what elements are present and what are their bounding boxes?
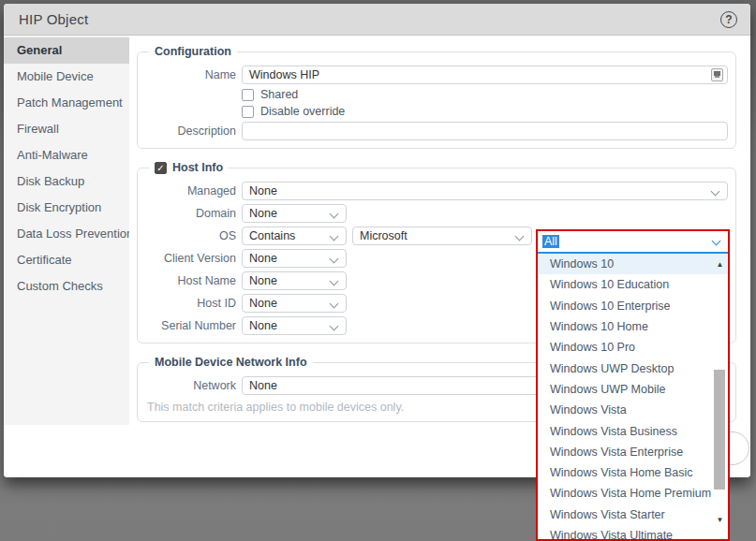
managed-value: None	[249, 184, 277, 197]
sidebar-item-mobile-device[interactable]: Mobile Device	[4, 64, 129, 90]
os-option[interactable]: Windows UWP Mobile	[538, 379, 728, 400]
chevron-down-icon	[712, 237, 721, 246]
os-match-value: Contains	[249, 229, 295, 242]
shared-label: Shared	[260, 88, 298, 101]
host-id-value: None	[249, 297, 277, 310]
name-value: Windows HIP	[249, 68, 319, 81]
sidebar-item-anti-malware[interactable]: Anti-Malware	[4, 142, 129, 168]
domain-select[interactable]: None	[242, 204, 347, 223]
network-value: None	[249, 379, 277, 392]
host-info-legend: ✓ Host Info	[149, 161, 229, 174]
help-icon[interactable]: ?	[720, 11, 737, 28]
os-option[interactable]: Windows Vista Enterprise	[538, 442, 728, 462]
description-label: Description	[145, 124, 236, 138]
chevron-down-icon	[330, 300, 339, 309]
text-entry-icon	[711, 68, 723, 81]
domain-label: Domain	[145, 207, 236, 220]
chevron-down-icon	[515, 232, 525, 241]
managed-label: Managed	[145, 184, 236, 197]
scrollbar-thumb[interactable]	[714, 370, 725, 490]
managed-select[interactable]: None	[242, 182, 728, 200]
host-id-select[interactable]: None	[242, 294, 347, 313]
sidebar-item-disk-backup[interactable]: Disk Backup	[4, 168, 129, 195]
scroll-up-icon[interactable]: ▲	[712, 259, 728, 270]
serial-number-value: None	[249, 319, 277, 332]
os-option[interactable]: Windows Vista Home Basic	[538, 462, 728, 483]
client-version-value: None	[249, 252, 277, 265]
os-option[interactable]: Windows Vista	[538, 400, 728, 420]
os-option[interactable]: Windows 10 Home	[538, 316, 728, 337]
chevron-down-icon	[330, 277, 339, 286]
sidebar-item-certificate[interactable]: Certificate	[4, 247, 129, 273]
sidebar-item-general[interactable]: General	[4, 37, 129, 64]
os-vendor-value: Microsoft	[360, 229, 408, 242]
dimmed-backdrop: HIP Object ? General Mobile Device Patch…	[0, 0, 756, 541]
chevron-down-icon	[330, 210, 339, 219]
host-name-label: Host Name	[145, 274, 236, 287]
chevron-down-icon	[330, 232, 339, 241]
os-option[interactable]: Windows UWP Desktop	[538, 358, 728, 378]
description-input[interactable]	[242, 122, 728, 140]
os-value-dropdown: All Windows 10 Windows 10 Education Wind…	[536, 229, 730, 541]
sidebar-item-disk-encryption[interactable]: Disk Encryption	[4, 195, 129, 221]
os-match-select[interactable]: Contains	[242, 227, 347, 245]
disable-override-checkbox[interactable]	[242, 106, 254, 118]
os-option[interactable]: Windows 10 Education	[538, 274, 728, 295]
dialog-title: HIP Object	[19, 11, 88, 27]
shared-checkbox[interactable]	[242, 89, 254, 101]
host-info-checkbox[interactable]: ✓	[155, 162, 167, 174]
scroll-down-icon[interactable]: ▼	[712, 515, 728, 526]
sidebar-item-patch-management[interactable]: Patch Management	[4, 90, 129, 116]
chevron-down-icon	[330, 255, 339, 264]
os-option[interactable]: Windows Vista Ultimate	[538, 525, 728, 539]
os-option[interactable]: Windows 10 Pro	[538, 337, 728, 358]
client-version-select[interactable]: None	[242, 249, 347, 268]
dropdown-scrollbar: ▲ ▼	[712, 254, 728, 539]
chevron-down-icon	[330, 322, 339, 331]
network-label: Network	[145, 379, 236, 392]
os-value-input[interactable]: All	[538, 231, 728, 254]
mobile-network-legend: Mobile Device Network Info	[149, 356, 313, 369]
serial-number-select[interactable]: None	[242, 316, 347, 335]
os-vendor-select[interactable]: Microsoft	[352, 227, 532, 245]
host-name-select[interactable]: None	[242, 271, 347, 290]
os-option[interactable]: Windows Vista Business	[538, 420, 728, 441]
domain-value: None	[249, 207, 277, 220]
serial-number-label: Serial Number	[145, 319, 236, 332]
host-name-value: None	[249, 274, 277, 287]
os-label: OS	[145, 229, 236, 242]
os-value-selected-text: All	[542, 235, 559, 248]
disable-override-label: Disable override	[260, 105, 345, 118]
sidebar-item-firewall[interactable]: Firewall	[4, 116, 129, 142]
chevron-down-icon	[711, 187, 720, 197]
name-input[interactable]: Windows HIP	[242, 66, 728, 84]
configuration-group: Configuration Name Windows HIP Shared	[137, 45, 736, 149]
host-id-label: Host ID	[145, 297, 236, 310]
dialog-header: HIP Object ?	[4, 4, 750, 36]
os-option[interactable]: Windows 10	[538, 254, 728, 274]
host-info-legend-label: Host Info	[172, 161, 223, 174]
os-option[interactable]: Windows 10 Enterprise	[538, 296, 728, 316]
sidebar: General Mobile Device Patch Management F…	[4, 36, 129, 425]
os-option[interactable]: Windows Vista Home Premium	[538, 483, 728, 504]
os-option-list: Windows 10 Windows 10 Education Windows …	[538, 254, 728, 539]
os-option[interactable]: Windows Vista Starter	[538, 504, 728, 525]
sidebar-item-custom-checks[interactable]: Custom Checks	[4, 273, 129, 300]
name-label: Name	[145, 68, 236, 81]
client-version-label: Client Version	[145, 252, 236, 265]
configuration-legend: Configuration	[149, 45, 237, 58]
sidebar-item-data-loss-prevention[interactable]: Data Loss Prevention	[4, 221, 129, 247]
